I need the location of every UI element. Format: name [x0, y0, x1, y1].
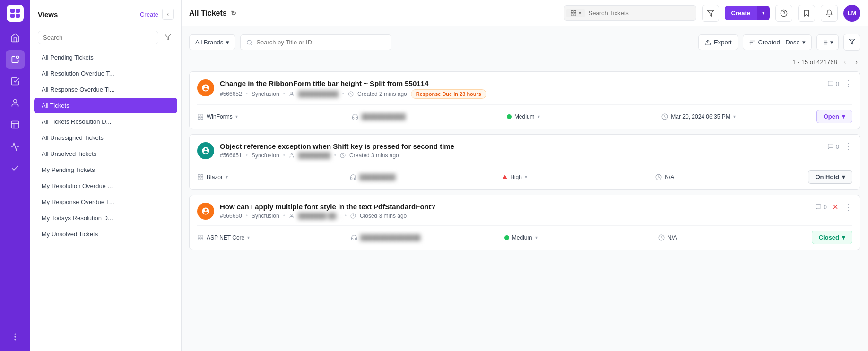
- nav-check-icon[interactable]: [6, 159, 25, 178]
- ticket-product-1: WinForms: [207, 113, 233, 120]
- ticket-priority-2: High: [510, 174, 522, 180]
- ticket-time-col-2: N/A: [655, 174, 808, 180]
- ticket-status-button-3[interactable]: Closed ▾: [812, 231, 852, 244]
- ticket-priority-col-1: Medium ▾: [507, 113, 661, 120]
- status-caret-3: ▾: [842, 234, 845, 241]
- sidebar-create-button[interactable]: Create: [140, 11, 158, 18]
- product-caret-1[interactable]: ▾: [235, 114, 238, 119]
- priority-caret-2[interactable]: ▾: [525, 174, 527, 180]
- sidebar-item-all-response-overdue[interactable]: All Response Overdue Ti...: [34, 82, 177, 97]
- sidebar-search-input[interactable]: [38, 31, 158, 44]
- comment-icon-1: [827, 80, 834, 87]
- svg-point-20: [247, 40, 252, 44]
- refresh-icon[interactable]: ↻: [231, 9, 236, 17]
- svg-rect-6: [12, 121, 19, 128]
- topbar-filter-button[interactable]: [702, 5, 719, 22]
- ticket-product-col-2: Blazor ▾: [197, 174, 350, 180]
- sidebar-header: Views Create ‹: [30, 0, 181, 26]
- ticket-priority-col-2: High ▾: [503, 174, 655, 180]
- time-icon-1: [348, 91, 354, 97]
- page-prev-button[interactable]: ‹: [841, 56, 849, 68]
- svg-rect-35: [198, 114, 200, 116]
- user-avatar[interactable]: LM: [843, 5, 860, 22]
- create-button[interactable]: Create: [725, 6, 757, 20]
- ticket-priority-3: Medium: [512, 234, 532, 241]
- nav-more-icon[interactable]: [6, 327, 25, 346]
- nav-analytics-icon[interactable]: [6, 137, 25, 156]
- ticket-brand-3: Syncfusion: [252, 213, 279, 219]
- search-icon: [246, 39, 252, 46]
- ticket-title-3: How can I apply multiple font style in t…: [220, 203, 809, 211]
- ticket-status-button-1[interactable]: Open ▾: [816, 110, 852, 123]
- time-icon-2: [340, 153, 346, 158]
- priority-caret-1[interactable]: ▾: [538, 114, 540, 119]
- ticket-avatar-1: [197, 79, 214, 96]
- brand-select[interactable]: All Brands ▾: [189, 34, 235, 50]
- product-caret-2[interactable]: ▾: [226, 174, 228, 180]
- sidebar-item-my-resolution-overdue[interactable]: My Resolution Overdue ...: [34, 178, 177, 194]
- svg-point-4: [17, 56, 19, 59]
- comment-count-1: 0: [827, 80, 839, 87]
- export-button[interactable]: Export: [698, 34, 738, 50]
- ticket-product-3: ASP NET Core: [207, 234, 244, 241]
- nav-home-icon[interactable]: [6, 28, 25, 47]
- bookmark-button[interactable]: [798, 5, 815, 22]
- ticket-card-2[interactable]: Object reference exception when Shift ke…: [189, 134, 860, 190]
- priority-indicator-3: [504, 235, 509, 240]
- sidebar-collapse-button[interactable]: ‹: [162, 9, 174, 20]
- nav-tasks-icon[interactable]: [6, 72, 25, 91]
- svg-rect-52: [201, 235, 203, 237]
- content-toolbar: All Brands ▾ Export Created - D: [189, 34, 860, 51]
- sidebar-item-my-unsolved[interactable]: My Unsolved Tickets: [34, 226, 177, 242]
- ticket-status-button-2[interactable]: On Hold ▾: [808, 170, 852, 184]
- sidebar-item-all-pending[interactable]: All Pending Tickets: [34, 50, 177, 65]
- svg-point-33: [291, 92, 293, 94]
- ticket-agent-col-1: ███████████: [352, 113, 506, 120]
- ticket-more-button-3[interactable]: ⋮: [844, 203, 852, 211]
- sidebar-item-my-todays-resolution[interactable]: My Todays Resolution D...: [34, 210, 177, 226]
- product-caret-3[interactable]: ▾: [247, 235, 250, 240]
- list-view-icon: [822, 39, 828, 46]
- datetime-caret-1[interactable]: ▾: [733, 114, 736, 119]
- svg-line-21: [251, 43, 252, 44]
- sidebar-item-all-tickets-resolution[interactable]: All Tickets Resolution D...: [34, 114, 177, 129]
- ticket-status-col-1: Open ▾: [816, 110, 852, 123]
- help-button[interactable]: [775, 5, 792, 22]
- comment-icon-2: [827, 143, 834, 150]
- sidebar-item-all-unsolved[interactable]: All Unsolved Tickets: [34, 146, 177, 162]
- logo-icon[interactable]: [7, 5, 24, 22]
- notification-button[interactable]: [821, 5, 838, 22]
- nav-reports-icon[interactable]: [6, 115, 25, 134]
- svg-marker-12: [165, 34, 171, 40]
- view-toggle-button[interactable]: ▾: [816, 34, 839, 50]
- ticket-more-button-1[interactable]: ⋮: [844, 79, 852, 88]
- ticket-brand-1: Syncfusion: [252, 91, 279, 97]
- ticket-actions-1: 0 ⋮: [827, 79, 852, 88]
- topbar-search-input[interactable]: [587, 6, 696, 20]
- sidebar-item-all-tickets[interactable]: All Tickets: [34, 98, 177, 113]
- nav-contacts-icon[interactable]: [6, 94, 25, 112]
- ticket-time-3: Closed 3 mins ago: [360, 213, 407, 219]
- ticket-title-2: Object reference exception when Shift ke…: [220, 142, 822, 150]
- content-filter-button[interactable]: [843, 34, 860, 51]
- ticket-footer-3: ASP NET Core ▾ ███████████████ Medium ▾ …: [197, 225, 852, 244]
- page-next-button[interactable]: ›: [852, 56, 860, 68]
- create-dropdown-button[interactable]: ▾: [757, 6, 770, 20]
- ticket-card-1[interactable]: Change in the RibbonForm title bar heigh…: [189, 71, 860, 129]
- sidebar-item-all-unassigned[interactable]: All Unassigned Tickets: [34, 130, 177, 146]
- ticket-footer-2: Blazor ▾ █████████ High ▾ N/A: [197, 165, 852, 184]
- svg-point-5: [14, 100, 17, 103]
- ticket-more-button-2[interactable]: ⋮: [844, 142, 852, 151]
- sidebar-item-all-resolution-overdue[interactable]: All Resolution Overdue T...: [34, 66, 177, 81]
- sort-button[interactable]: Created - Desc ▾: [743, 34, 812, 50]
- ticket-card-3[interactable]: How can I apply multiple font style in t…: [189, 195, 860, 250]
- assignee-icon-3: [289, 213, 295, 219]
- sidebar-filter-button[interactable]: [162, 31, 174, 44]
- sidebar-item-my-pending[interactable]: My Pending Tickets: [34, 162, 177, 178]
- topbar-search-dropdown[interactable]: ▾: [566, 9, 585, 17]
- pin-icon-3: [832, 203, 839, 211]
- nav-tickets-icon[interactable]: [6, 50, 25, 69]
- content-search-input[interactable]: [256, 39, 385, 46]
- priority-caret-3[interactable]: ▾: [535, 235, 538, 240]
- sidebar-item-my-response-overdue[interactable]: My Response Overdue T...: [34, 194, 177, 210]
